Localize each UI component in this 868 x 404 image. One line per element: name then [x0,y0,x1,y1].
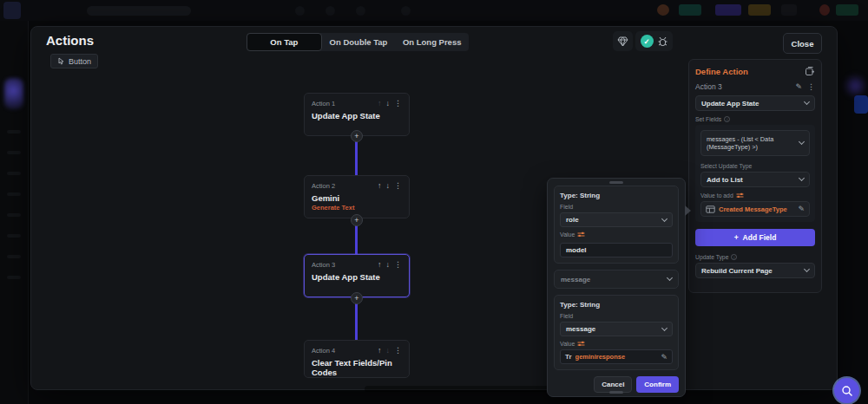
move-up-icon[interactable]: ↑ [378,346,382,355]
topbar-red-badge [819,4,830,16]
node-menu-icon[interactable]: ⋮ [394,346,402,355]
move-down-icon[interactable]: ↓ [386,260,391,269]
value-input[interactable] [560,243,673,257]
popup-scroll-indicator[interactable] [609,391,623,394]
text-variable-icon: Tr [565,353,572,361]
action-menu-icon[interactable]: ⋮ [807,82,815,91]
data-type-icon [706,205,715,213]
zoom-search-fab[interactable] [834,378,859,403]
close-button[interactable]: Close [783,33,822,54]
gem-button[interactable] [613,31,633,51]
selected-element-chip[interactable]: Button [50,54,98,68]
field-name-select[interactable]: message [560,322,673,336]
field-label: Field [560,313,673,319]
page-update-select[interactable]: Rebuild Current Page [695,263,815,278]
set-fields-box: messages - (List < Data (MessageType) >)… [695,125,815,222]
edit-value-icon[interactable]: ✎ [798,205,805,213]
value-variable-field[interactable]: Tr geminiresponse ✎ [560,349,673,364]
nav-icon [7,192,21,196]
add-action-button[interactable]: + [351,130,363,142]
check-circle-icon[interactable]: ✓ [641,35,654,48]
node-menu-icon[interactable]: ⋮ [394,181,402,190]
move-down-icon[interactable]: ↓ [386,99,391,108]
edit-value-icon[interactable]: ✎ [661,353,667,362]
topbar-icon [356,6,365,16]
left-nav-sidebar [0,21,29,404]
variable-settings-icon [577,341,585,347]
node-menu-icon[interactable]: ⋮ [394,99,402,108]
move-up-icon[interactable]: ↑ [378,181,382,190]
popup-scroll-indicator[interactable] [609,181,623,184]
add-field-label: Add Field [743,233,777,242]
action-node-2[interactable]: Action 2 ↑ ↓ ⋮ Gemini Generate Text [304,175,410,218]
topbar-green-button [836,4,858,16]
node-menu-icon[interactable]: ⋮ [394,260,402,269]
field-binding-select[interactable]: messages - (List < Data (MessageType) >) [700,130,810,156]
gem-icon [617,36,628,47]
field-section-message-header[interactable]: message [554,270,679,289]
value-to-add-field[interactable]: Created MessageType ✎ [700,201,810,217]
flow-connector [355,298,358,341]
value-to-add-value: Created MessageType [719,205,794,213]
app-topbar [0,0,868,21]
topbar-teal-button [679,4,701,16]
panel-action-name: Action 3 [695,82,795,91]
tab-on-double-tap[interactable]: On Double Tap [322,33,396,51]
page-update-value: Rebuild Current Page [701,267,773,275]
nav-icon [7,234,21,238]
move-up-icon[interactable]: ↑ [378,260,382,269]
nav-icon [7,255,21,258]
app-logo [3,2,21,19]
chevron-down-icon [661,215,667,221]
field-section-role: Type: String Field role Value [554,186,679,264]
field-section-message: Type: String Field message Value Tr gemi… [554,295,679,370]
confirm-button[interactable]: Confirm [636,376,679,393]
nav-icon [7,276,21,279]
magnifier-icon [841,385,853,397]
right-edge-blue-button [854,95,868,114]
add-action-button[interactable]: + [351,292,363,304]
nav-icon [7,130,21,134]
validation-group: ✓ [635,31,673,51]
field-type-label: Type: String [560,301,673,309]
select-update-type-label: Select Update Type [700,163,752,169]
move-down-icon[interactable]: ↓ [386,181,391,190]
action-node-label: Action 2 [312,182,378,190]
rename-action-icon[interactable]: ✎ [795,82,802,91]
active-nav-glow [4,78,23,109]
canvas-horizontal-scrollbar[interactable] [365,386,577,392]
tab-on-tap[interactable]: On Tap [247,33,322,51]
action-type-select[interactable]: Update App State [695,95,815,111]
variable-settings-icon [736,192,744,199]
define-action-panel: Define Action Action 3 ✎ ⋮ Update App St… [688,59,822,293]
bug-icon[interactable] [657,36,668,48]
action-node-label: Action 3 [312,261,378,269]
action-node-title: Gemini [312,193,402,203]
actions-editor-screen: Actions Button On Tap On Double Tap On L… [0,0,868,404]
field-name-value: message [566,325,595,333]
chevron-down-icon [667,275,673,281]
topbar-icon [401,6,411,16]
tab-on-long-press[interactable]: On Long Press [395,33,469,51]
panel-title: Define Action [695,67,748,76]
value-label: Value [560,341,575,347]
move-up-icon: ↑ [378,99,382,108]
update-type-value: Add to List [707,176,743,184]
add-field-button[interactable]: + Add Field [695,229,815,246]
action-node-3-selected[interactable]: Action 3 ↑ ↓ ⋮ Update App State [304,254,410,297]
popup-pointer-arrow [685,205,691,216]
field-binding-value: messages - (List < Data (MessageType) >) [707,135,799,151]
copy-action-icon[interactable] [805,66,815,76]
info-icon [724,116,730,122]
collapsed-field-name: message [561,276,590,283]
action-node-label: Action 4 [312,347,378,355]
chevron-down-icon [804,99,810,105]
topbar-amber-button [748,4,771,16]
field-name-select[interactable]: role [560,212,673,227]
info-icon [731,254,737,260]
update-type-select[interactable]: Add to List [700,172,810,187]
field-editor-popup: Type: String Field role Value message Ty… [547,178,686,397]
add-action-button[interactable]: + [351,214,363,226]
chevron-down-icon [799,175,805,181]
action-node-4[interactable]: Action 4 ↑ ↓ ⋮ Clear Text Fields/Pin Cod… [304,340,410,378]
